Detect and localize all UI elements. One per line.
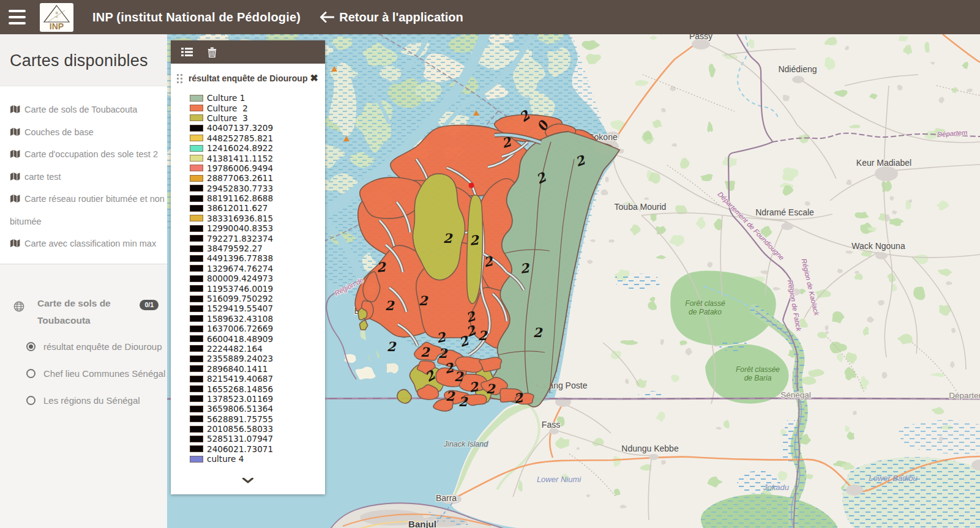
legend-label: 1378523.01169 <box>207 394 273 404</box>
back-label: Retour à l'application <box>339 10 463 24</box>
legend-row: 6600418.48909 <box>190 333 325 343</box>
legend-swatch <box>190 406 203 412</box>
legend-label: Culture 1 <box>207 93 245 103</box>
legend-swatch <box>190 345 203 352</box>
map-icon <box>10 127 20 136</box>
legend-label: 12990040.8353 <box>207 223 273 233</box>
legend-row: 5628891.75755 <box>190 414 325 424</box>
legend-row: 516099.750292 <box>190 294 325 303</box>
legend-swatch <box>190 215 203 221</box>
legend-label: 28877063.2611 <box>207 173 273 183</box>
legend-row: 8215419.40687 <box>190 374 325 384</box>
legend-row: 88191162.8688 <box>190 193 325 203</box>
map-label: Banjul <box>408 519 436 528</box>
legend-row: 1637006.72669 <box>190 324 325 333</box>
sidebar-title: Cartes disponibles <box>10 51 157 70</box>
map-list-item[interactable]: Carte avec classification min max <box>10 232 166 255</box>
legend-row: 448252785.821 <box>190 133 325 143</box>
legend-row: 800009.424973 <box>190 273 325 283</box>
radio-icon[interactable] <box>26 396 36 405</box>
sidebar: Cartes disponibles Carte de sols de Toub… <box>0 34 167 528</box>
layer-list-icon[interactable] <box>181 47 193 57</box>
legend-swatch <box>190 275 203 282</box>
layer-radio-item[interactable]: Les régions du Sénégal <box>0 390 167 411</box>
legend-swatch <box>190 135 203 141</box>
map-label: Keur Madiabel <box>856 158 911 168</box>
map-label: Forêt classée <box>736 365 780 374</box>
legend-swatch <box>190 285 203 292</box>
legend-swatch <box>190 456 203 463</box>
radio-selected-icon[interactable] <box>26 342 36 351</box>
legend-swatch <box>190 165 203 171</box>
legend-swatch <box>190 436 203 442</box>
svg-text:INP: INP <box>50 21 64 30</box>
group-header[interactable]: Carte de sols de Toubacouta 0/1 <box>0 285 167 329</box>
map-icon <box>10 172 20 181</box>
map-label: Barra <box>436 493 457 503</box>
legend-layer-title: résultat enquête de Diouroup <box>189 73 307 83</box>
layer-label: Chef lieu Communes Sénégal <box>43 368 165 379</box>
legend-swatch <box>190 175 203 182</box>
back-arrow-icon <box>320 12 334 23</box>
legend-row: 29452830.7733 <box>190 184 325 193</box>
map-list-item-label: carte test <box>24 172 61 182</box>
legend-row: 1378523.01169 <box>190 394 325 404</box>
legend-label: 792271.832374 <box>207 234 273 244</box>
map-marker-dot[interactable] <box>469 183 474 188</box>
available-maps-list: Carte de sols de ToubacoutaCouches de ba… <box>0 86 167 264</box>
legend-label: 2010856.58033 <box>207 424 273 434</box>
legend-label: 1637006.72669 <box>207 324 273 333</box>
legend-swatch <box>190 95 203 102</box>
legend-row: 5285131.07947 <box>190 434 325 444</box>
map-label: Wack Ngouna <box>851 241 905 251</box>
overlay-value-digit: 2 <box>446 389 455 404</box>
layer-label: résultat enquête de Diouroup <box>43 341 162 352</box>
legend-label: 516099.750292 <box>207 294 273 303</box>
map-list-item[interactable]: Carte d'occupation des sole test 2 <box>10 143 166 166</box>
layer-radio-item[interactable]: Chef lieu Communes Sénégal <box>0 363 167 384</box>
map-label: Ndramé Escale <box>755 207 814 217</box>
legend-swatch <box>190 145 203 152</box>
legend-collapse[interactable] <box>171 464 325 486</box>
overlay-value-digit: 2 <box>419 293 428 308</box>
layer-radio-item[interactable]: résultat enquête de Diouroup <box>0 337 167 357</box>
legend-swatch <box>190 325 203 332</box>
legend-label: 1655268.14856 <box>207 384 273 394</box>
map-label: Passy <box>689 34 713 41</box>
overlay-value-digit: 2 <box>443 231 453 246</box>
app-header: ⚙ ∙∙Ω∙∙ ∙∙∙∙∙ INP INP (institut National… <box>0 0 980 34</box>
legend-row: 28877063.2611 <box>190 173 325 183</box>
map-icon <box>10 239 20 248</box>
legend-close-icon[interactable]: ✖ <box>307 73 320 83</box>
map-list-item-label: Couches de base <box>24 127 94 137</box>
radio-icon[interactable] <box>26 369 36 378</box>
legend-swatch <box>190 245 203 252</box>
legend-row: 1655268.14856 <box>190 384 325 393</box>
legend-label: 1329674.76274 <box>207 264 273 273</box>
legend-swatch <box>190 114 203 121</box>
back-to-app-link[interactable]: ← Retour à l'application <box>320 10 463 24</box>
group-title: Carte de sols de Toubacouta <box>37 285 140 329</box>
trash-icon[interactable] <box>208 47 217 58</box>
drag-handle-icon[interactable] <box>177 74 183 83</box>
inp-logo: ⚙ ∙∙Ω∙∙ ∙∙∙∙∙ INP <box>40 3 73 32</box>
legend-row: 12990040.8353 <box>190 223 325 233</box>
legend-label: 5628891.75755 <box>207 414 273 424</box>
menu-icon[interactable] <box>9 10 27 24</box>
legend-swatch <box>190 296 203 302</box>
map-icon <box>10 105 20 114</box>
legend-label: Culture 3 <box>207 113 248 123</box>
legend-label: 2896840.1411 <box>207 364 267 374</box>
map-list-item[interactable]: Carte de sols de Toubacouta <box>10 99 166 121</box>
legend-swatch <box>190 105 203 111</box>
legend-row: 40407137.3209 <box>190 123 325 133</box>
map-list-item[interactable]: carte test <box>10 166 166 188</box>
map-icon <box>10 194 20 203</box>
map-label: Touba Mourid <box>615 202 667 212</box>
map-icon <box>10 149 20 158</box>
map-label: de Patako <box>689 308 722 316</box>
map-list-item[interactable]: Couches de base <box>10 121 166 144</box>
map-list-item[interactable]: Carte réseau routier bitumée et non bitu… <box>10 188 166 232</box>
legend-row: 2406021.73071 <box>190 444 325 454</box>
app-title: INP (institut National de Pédologie) <box>92 10 301 24</box>
